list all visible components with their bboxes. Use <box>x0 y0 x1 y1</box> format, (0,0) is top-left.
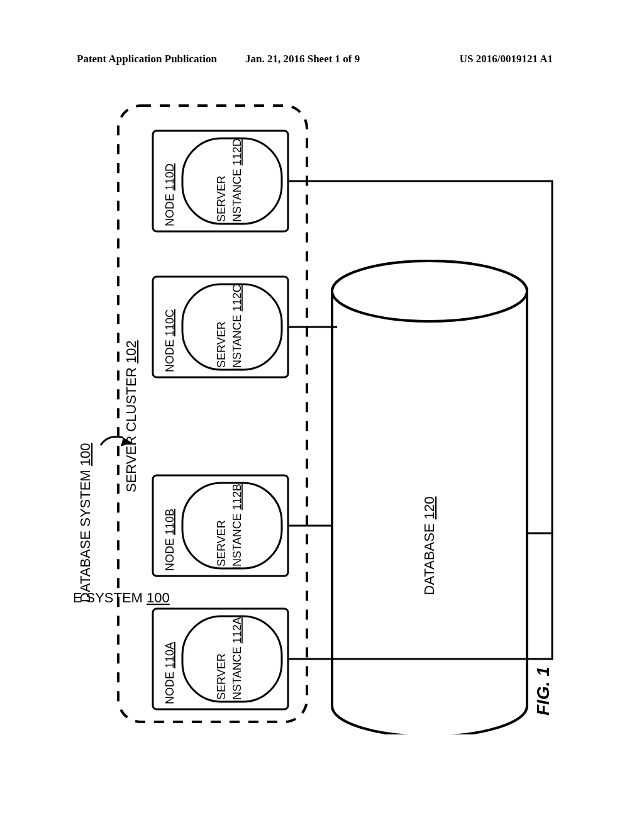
node-110c: NODE 110C SERVER INSTANCE 112C <box>153 277 337 377</box>
page: Patent Application Publication Jan. 21, … <box>0 0 644 830</box>
server-instance-label: SERVER <box>215 175 228 222</box>
node-label: NODE 110A <box>164 642 176 704</box>
server-cluster-label: SERVER CLUSTER 102 <box>123 340 139 492</box>
database-label: DATABASE 120 <box>421 497 437 595</box>
database-top-ellipse-2 <box>332 261 527 321</box>
server-instance-label: SERVER <box>215 653 228 700</box>
server-instance-label-2: INSTANCE 112A <box>231 617 243 703</box>
figure-label: FIG. 1 <box>533 667 553 716</box>
node-label: NODE 110C <box>164 309 176 372</box>
page-header: Patent Application Publication Jan. 21, … <box>0 53 644 72</box>
server-instance-label-2: INSTANCE 112B <box>231 484 243 570</box>
header-right-text: US 2016/0019121 A1 <box>460 53 553 65</box>
node-label: NODE 110B <box>164 509 176 571</box>
server-instance-label-2: INSTANCE 112C <box>231 284 243 371</box>
arrow-icon <box>101 437 123 446</box>
node-label: NODE 110D <box>164 163 176 226</box>
node-110b: NODE 110B SERVER INSTANCE 112B <box>153 475 332 576</box>
header-left-text: Patent Application Publication <box>77 53 217 65</box>
figure-1-diagram: DATABASE SYSTEM 100 DATABASE SYSTEM 100 … <box>74 93 567 734</box>
server-instance-label-2: INSTANCE 112D <box>231 138 243 225</box>
database-system-label: DATABASE SYSTEM 100 <box>77 443 93 602</box>
server-instance-label: SERVER <box>215 321 228 368</box>
header-center-text: Jan. 21, 2016 Sheet 1 of 9 <box>245 53 360 65</box>
server-instance-label: SERVER <box>215 520 228 567</box>
